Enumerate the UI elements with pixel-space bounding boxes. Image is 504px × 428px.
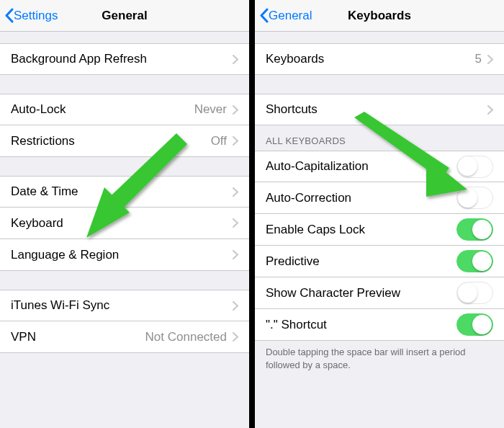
row-label: Auto-Capitalization <box>266 159 456 174</box>
row-label: Date & Time <box>11 184 233 199</box>
row-value: Never <box>194 102 227 117</box>
row-restrictions[interactable]: Restrictions Off <box>0 125 249 157</box>
toggle-show-character-preview[interactable] <box>456 282 493 304</box>
row-language-region[interactable]: Language & Region <box>0 239 249 271</box>
row-label: VPN <box>11 330 145 344</box>
row-vpn[interactable]: VPN Not Connected <box>0 321 249 353</box>
nav-header: Settings General <box>0 0 249 32</box>
toggle-auto-capitalization[interactable] <box>456 156 493 178</box>
row-value: Not Connected <box>145 330 227 344</box>
back-label: Settings <box>14 9 58 23</box>
row-dot-shortcut[interactable]: "." Shortcut <box>255 309 504 341</box>
row-label: Keyboard <box>11 216 233 231</box>
row-label: Shortcuts <box>266 102 487 117</box>
row-label: "." Shortcut <box>266 318 456 332</box>
chevron-right-icon <box>233 55 238 64</box>
back-label: General <box>269 9 312 23</box>
row-label: Auto-Correction <box>266 191 456 205</box>
back-button[interactable]: General <box>255 8 312 23</box>
nav-header: General Keyboards <box>255 0 504 32</box>
chevron-left-icon <box>259 8 269 23</box>
chevron-right-icon <box>233 218 238 228</box>
back-button[interactable]: Settings <box>0 8 58 23</box>
row-value: Off <box>211 134 227 148</box>
chevron-right-icon <box>233 332 238 342</box>
chevron-right-icon <box>487 105 493 115</box>
toggle-enable-caps-lock[interactable] <box>456 218 493 241</box>
chevron-right-icon <box>233 136 238 146</box>
section-footer: Double tapping the space bar will insert… <box>255 341 504 376</box>
section-header: ALL KEYBOARDS <box>255 125 504 151</box>
row-label: iTunes Wi-Fi Sync <box>11 298 233 313</box>
row-label: Background App Refresh <box>11 52 233 66</box>
row-date-time[interactable]: Date & Time <box>0 176 249 208</box>
chevron-right-icon <box>487 55 493 64</box>
row-label: Language & Region <box>11 248 233 262</box>
chevron-right-icon <box>233 250 238 259</box>
chevron-right-icon <box>233 301 238 311</box>
chevron-right-icon <box>233 105 238 115</box>
row-label: Predictive <box>266 254 456 269</box>
row-keyboards[interactable]: Keyboards 5 <box>255 43 504 75</box>
row-label: Show Character Preview <box>266 286 456 300</box>
row-label: Enable Caps Lock <box>266 223 456 237</box>
row-auto-lock[interactable]: Auto-Lock Never <box>0 94 249 125</box>
settings-list: Background App Refresh Auto-Lock Never R… <box>0 32 249 428</box>
toggle-dot-shortcut[interactable] <box>456 313 493 336</box>
row-itunes-wifi-sync[interactable]: iTunes Wi-Fi Sync <box>0 290 249 321</box>
row-background-app-refresh[interactable]: Background App Refresh <box>0 43 249 75</box>
row-auto-capitalization[interactable]: Auto-Capitalization <box>255 151 504 182</box>
chevron-right-icon <box>233 187 238 197</box>
row-show-character-preview[interactable]: Show Character Preview <box>255 277 504 309</box>
keyboards-settings-panel: General Keyboards Keyboards 5 Shortcuts … <box>252 0 504 428</box>
row-shortcuts[interactable]: Shortcuts <box>255 94 504 125</box>
row-enable-caps-lock[interactable]: Enable Caps Lock <box>255 214 504 246</box>
general-settings-panel: Settings General Background App Refresh … <box>0 0 252 428</box>
settings-list: Keyboards 5 Shortcuts ALL KEYBOARDS Auto… <box>255 32 504 428</box>
row-keyboard[interactable]: Keyboard <box>0 208 249 239</box>
row-label: Keyboards <box>266 52 475 66</box>
row-value: 5 <box>475 52 482 66</box>
row-predictive[interactable]: Predictive <box>255 246 504 277</box>
toggle-auto-correction[interactable] <box>456 187 493 209</box>
row-auto-correction[interactable]: Auto-Correction <box>255 182 504 214</box>
row-label: Restrictions <box>11 134 211 148</box>
chevron-left-icon <box>4 8 14 23</box>
toggle-predictive[interactable] <box>456 250 493 272</box>
row-label: Auto-Lock <box>11 102 194 117</box>
